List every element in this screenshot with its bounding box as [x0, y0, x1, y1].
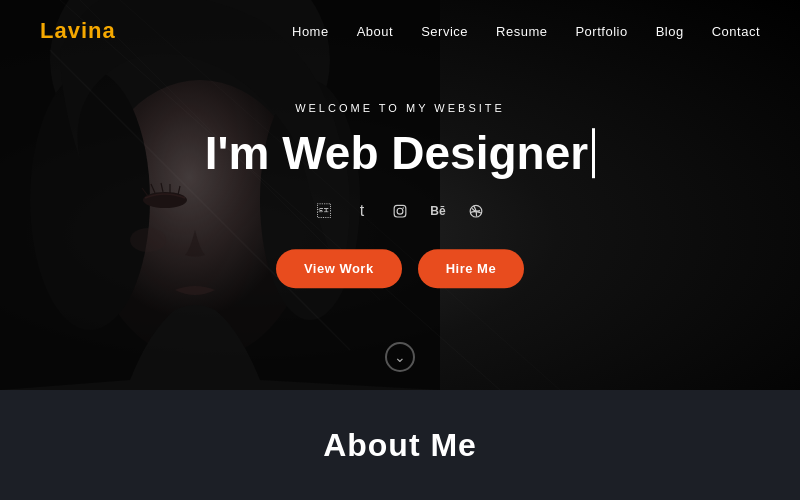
chevron-down-icon: ⌄ [394, 350, 406, 364]
hero-title-text: I'm Web Designer [205, 128, 588, 179]
twitter-icon[interactable]: t [352, 201, 372, 221]
about-title: About Me [323, 427, 477, 464]
nav-home[interactable]: Home [292, 24, 329, 39]
hero-title: I'm Web Designer [150, 128, 650, 179]
svg-point-13 [403, 207, 404, 208]
nav-links: Home About Service Resume Portfolio Blog… [292, 22, 760, 40]
cursor-blink [592, 129, 595, 179]
nav-about[interactable]: About [357, 24, 393, 39]
logo-highlight: La [40, 18, 68, 43]
hero-section: Lavina Home About Service Resume Portfol… [0, 0, 800, 390]
navbar: Lavina Home About Service Resume Portfol… [0, 0, 800, 62]
hero-subtitle: WELCOME TO MY WEBSITE [150, 102, 650, 114]
nav-service[interactable]: Service [421, 24, 468, 39]
facebook-icon[interactable]:  [314, 201, 334, 221]
view-work-button[interactable]: View Work [276, 249, 402, 288]
nav-contact[interactable]: Contact [712, 24, 760, 39]
hero-content: WELCOME TO MY WEBSITE I'm Web Designer … [150, 102, 650, 288]
logo[interactable]: Lavina [40, 18, 116, 44]
scroll-down-button[interactable]: ⌄ [385, 342, 415, 372]
svg-point-3 [30, 70, 150, 330]
nav-blog[interactable]: Blog [656, 24, 684, 39]
behance-icon[interactable]: Bē [428, 201, 448, 221]
hire-me-button[interactable]: Hire Me [418, 249, 524, 288]
social-icons:  t Bē [150, 201, 650, 221]
svg-point-12 [397, 208, 403, 214]
about-section: About Me [0, 390, 800, 500]
instagram-icon[interactable] [390, 201, 410, 221]
logo-text: vina [68, 18, 116, 43]
hero-buttons: View Work Hire Me [150, 249, 650, 288]
nav-portfolio[interactable]: Portfolio [575, 24, 627, 39]
nav-resume[interactable]: Resume [496, 24, 547, 39]
svg-rect-11 [394, 205, 406, 217]
dribbble-icon[interactable] [466, 201, 486, 221]
